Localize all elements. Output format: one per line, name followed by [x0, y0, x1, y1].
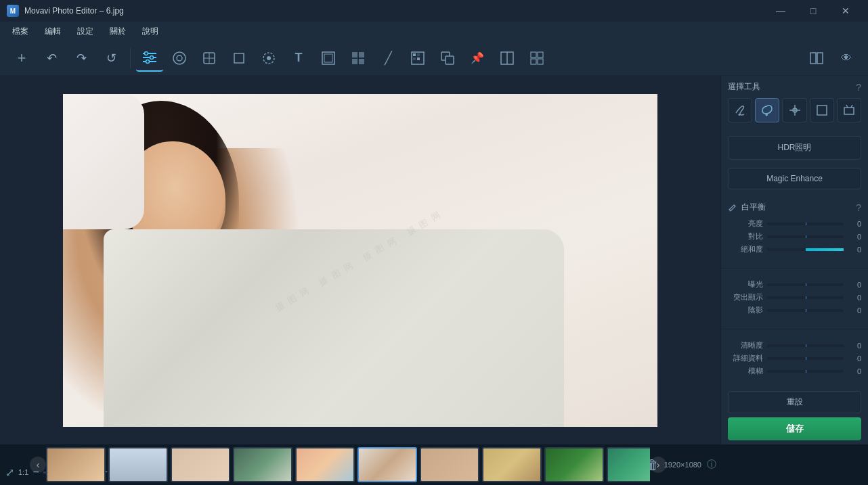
- hdr-section: HDR照明: [721, 135, 868, 166]
- detail-row: 詳細資料 0: [728, 353, 861, 363]
- menu-help[interactable]: 說明: [135, 24, 165, 39]
- title-bar: M Movavi Photo Editor – 6.jpg — □ ✕: [0, 0, 868, 22]
- exposure-center: [806, 283, 806, 286]
- exposure-row: 曝光 0: [728, 279, 861, 290]
- saturation-value: 0: [848, 246, 861, 254]
- selection-tools-title: 選擇工具: [728, 81, 760, 93]
- photo-arms: [232, 297, 571, 419]
- thumbnail-2[interactable]: [108, 447, 168, 482]
- thumbnail-9[interactable]: [544, 447, 604, 482]
- detail-slider[interactable]: [767, 357, 844, 360]
- detail-center: [806, 357, 806, 360]
- radial-button[interactable]: [255, 45, 282, 72]
- add-button[interactable]: +: [8, 45, 35, 72]
- thumbnail-8[interactable]: [482, 447, 542, 482]
- detail-value: 0: [848, 354, 861, 363]
- split-button[interactable]: [494, 45, 521, 72]
- brightness-center: [806, 223, 806, 225]
- svg-point-3: [145, 51, 148, 55]
- thumbnail-6[interactable]: [357, 447, 417, 482]
- svg-point-7: [177, 55, 182, 61]
- menu-settings[interactable]: 設定: [70, 24, 100, 39]
- blur-value: 0: [848, 367, 861, 375]
- maximize-button[interactable]: □: [798, 0, 829, 22]
- thumbnail-1[interactable]: [46, 447, 106, 482]
- text-button[interactable]: T: [285, 45, 312, 72]
- bottom-strip: ⤢ 1:1 − + 46% ✋ ◀ ▶ 🗑 1920×1080 ⓘ ‹: [0, 444, 868, 485]
- preview-button[interactable]: 👁: [833, 45, 860, 72]
- exposure-section: 曝光 0 突出顯示 0 陰影 0: [721, 274, 868, 323]
- svg-rect-22: [417, 53, 420, 56]
- exposure-slider[interactable]: [767, 283, 844, 286]
- highlights-value: 0: [848, 294, 861, 302]
- selection-tools-row: [728, 98, 861, 122]
- white-balance-title: 白平衡: [741, 202, 852, 213]
- menu-edit[interactable]: 編輯: [38, 24, 68, 39]
- undo-button[interactable]: ↶: [38, 45, 65, 72]
- thumbnail-10[interactable]: [607, 447, 650, 482]
- menu-file[interactable]: 檔案: [5, 24, 35, 39]
- blur-center: [806, 370, 806, 373]
- brightness-label: 亮度: [728, 218, 763, 229]
- frame-button[interactable]: [315, 45, 342, 72]
- clone-button[interactable]: [434, 45, 461, 72]
- magic-enhance-button[interactable]: Magic Enhance: [728, 168, 861, 189]
- info-icon[interactable]: ⓘ: [707, 459, 716, 471]
- shadows-center: [806, 309, 806, 312]
- blur-label: 模糊: [728, 366, 763, 376]
- thumb-8-image: [483, 448, 540, 481]
- reset-button[interactable]: 重設: [728, 391, 861, 413]
- mask-button[interactable]: [404, 45, 431, 72]
- minimize-button[interactable]: —: [765, 0, 796, 22]
- thumbnail-4[interactable]: [233, 447, 292, 482]
- saturation-slider[interactable]: [767, 248, 844, 251]
- transform-button[interactable]: [196, 45, 223, 72]
- clarity-label: 清晰度: [728, 340, 763, 350]
- save-button[interactable]: 儲存: [728, 417, 861, 440]
- svg-point-13: [267, 56, 271, 60]
- lasso-select-tool[interactable]: [755, 98, 779, 122]
- hdr-button[interactable]: HDR照明: [728, 136, 861, 160]
- thumb-next-button[interactable]: ›: [650, 457, 666, 473]
- shadows-slider[interactable]: [767, 309, 844, 312]
- fullscreen-icon[interactable]: ⤢: [5, 466, 14, 479]
- thumb-1-image: [47, 448, 104, 481]
- pin-select-tool[interactable]: [782, 98, 806, 122]
- svg-rect-32: [538, 59, 543, 64]
- thumb-prev-button[interactable]: ‹: [30, 457, 46, 473]
- thumbnail-7[interactable]: [420, 447, 479, 482]
- redo-button[interactable]: ↷: [68, 45, 95, 72]
- photo-pillow: [63, 94, 144, 229]
- filters-button[interactable]: [136, 45, 163, 72]
- thumbnail-3[interactable]: [171, 447, 230, 482]
- zoom-fit-label[interactable]: 1:1: [18, 468, 28, 476]
- compare-button[interactable]: [803, 45, 830, 72]
- tone-button[interactable]: [166, 45, 193, 72]
- brush-select-tool[interactable]: [728, 98, 752, 122]
- action-section: 重設 儲存: [721, 387, 868, 444]
- pin-button[interactable]: 📌: [464, 45, 491, 72]
- white-balance-help[interactable]: ?: [856, 202, 861, 213]
- svg-point-6: [173, 52, 186, 64]
- erase-select-tool[interactable]: [837, 98, 861, 122]
- refresh-button[interactable]: ↺: [97, 45, 125, 72]
- saturation-row: 絕和度 0: [728, 244, 861, 254]
- pattern-button[interactable]: [345, 45, 372, 72]
- blur-slider[interactable]: [767, 370, 844, 373]
- brightness-slider[interactable]: [767, 223, 844, 225]
- selection-tools-section: 選擇工具 ?: [721, 76, 868, 135]
- rect-select-tool[interactable]: [810, 98, 834, 122]
- thumb-4-image: [234, 448, 291, 481]
- crop-button[interactable]: [225, 45, 253, 72]
- grid-button[interactable]: [523, 45, 550, 72]
- selection-help-icon[interactable]: ?: [856, 82, 861, 93]
- brush-button[interactable]: ╱: [374, 45, 402, 72]
- highlights-slider[interactable]: [767, 296, 844, 299]
- svg-rect-11: [234, 53, 244, 63]
- close-button[interactable]: ✕: [830, 0, 861, 22]
- thumbnail-5[interactable]: [295, 447, 355, 482]
- clarity-slider[interactable]: [767, 344, 844, 347]
- saturation-fill: [806, 248, 844, 251]
- contrast-slider[interactable]: [767, 235, 844, 238]
- menu-about[interactable]: 關於: [103, 24, 133, 39]
